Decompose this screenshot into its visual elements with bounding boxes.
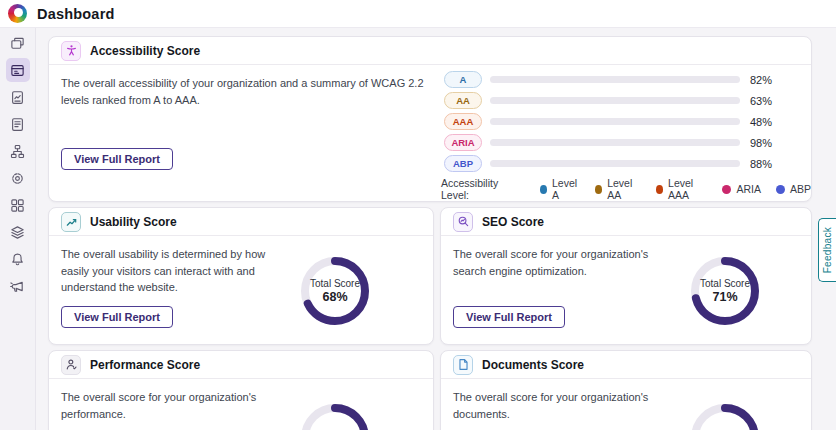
score-bar-track (490, 160, 740, 167)
score-bar-row: AA63% (444, 92, 772, 109)
card-header: SEO Score (441, 208, 811, 236)
legend-dot-icon (595, 185, 602, 194)
legend-item: Level A (540, 177, 580, 201)
sidebar-item-page[interactable] (6, 112, 30, 136)
legend-dot-icon (656, 185, 663, 194)
donut-value: 71% (712, 290, 737, 304)
report-icon (10, 90, 25, 105)
card-description: The overall usability is determined by h… (61, 246, 283, 296)
siteimprove-swirl-logo (8, 4, 27, 23)
accessibility-legend: Accessibility Level: Level ALevel AALeve… (441, 177, 811, 201)
score-value: 63% (750, 95, 772, 107)
card-title: SEO Score (482, 215, 544, 229)
card-header: Usability Score (49, 208, 433, 236)
score-bar-track (490, 97, 740, 104)
score-bar-row: AAA48% (444, 113, 772, 130)
sidebar-item-megaphone[interactable] (6, 274, 30, 298)
usability-donut-chart: Total Score 68% (297, 253, 373, 329)
donut-label: Total Score (700, 278, 750, 289)
level-pill: AAA (444, 113, 482, 130)
documents-score-card: Documents Score The overall score for yo… (440, 350, 812, 430)
legend-title: Accessibility Level: (441, 177, 521, 201)
view-full-report-button[interactable]: View Full Report (453, 306, 565, 328)
sidebar-item-report[interactable] (6, 85, 30, 109)
legend-dot-icon (722, 185, 731, 194)
sidebar-item-bell[interactable] (6, 247, 30, 271)
feedback-tab-label: Feedback (822, 227, 833, 273)
app-header: Dashboard (0, 0, 836, 28)
usability-score-card: Usability Score The overall usability is… (48, 207, 434, 345)
sitemap-icon (10, 144, 25, 159)
performance-donut-chart: Total Score (297, 400, 373, 430)
legend-item: Level AA (595, 177, 641, 201)
windows-icon (10, 36, 25, 51)
level-pill: A (444, 71, 482, 88)
settings-gear-icon (10, 171, 25, 186)
level-pill: ABP (444, 155, 482, 172)
score-bar-row: ARIA98% (444, 134, 772, 151)
donut-value: 68% (322, 290, 347, 304)
card-title: Usability Score (90, 215, 177, 229)
score-bar-track (490, 76, 740, 83)
legend-label: ARIA (736, 183, 761, 195)
sidebar-item-sitemap[interactable] (6, 139, 30, 163)
legend-label: Level AAA (668, 177, 707, 201)
apps-grid-icon (10, 198, 25, 213)
legend-item: ARIA (722, 177, 761, 201)
score-value: 82% (750, 74, 772, 86)
card-title: Documents Score (482, 358, 584, 372)
view-full-report-button[interactable]: View Full Report (61, 306, 173, 328)
accessibility-person-icon (61, 41, 81, 61)
performance-score-card: Performance Score The overall score for … (48, 350, 434, 430)
card-description: The overall score for your organization'… (453, 246, 683, 279)
donut-label: Total Score (310, 278, 360, 289)
legend-label: Level A (552, 177, 580, 201)
card-header: Performance Score (49, 351, 433, 379)
search-trend-icon (453, 212, 473, 232)
sidebar-item-apps-grid[interactable] (6, 193, 30, 217)
card-header: Accessibility Score (49, 37, 811, 65)
document-icon (453, 355, 473, 375)
card-description: The overall accessibility of your organi… (61, 75, 441, 108)
level-pill: ARIA (444, 134, 482, 151)
sidebar-item-settings-gear[interactable] (6, 166, 30, 190)
accessibility-bars: A82%AA63%AAA48%ARIA98%ABP88% (444, 71, 772, 172)
score-bar-track (490, 139, 740, 146)
seo-score-card: SEO Score The overall score for your org… (440, 207, 812, 345)
score-bar-track (490, 118, 740, 125)
bell-icon (10, 252, 25, 267)
legend-dot-icon (540, 185, 547, 194)
view-full-report-button[interactable]: View Full Report (61, 148, 173, 170)
documents-donut-chart: Total Score (687, 400, 763, 430)
line-chart-icon (61, 212, 81, 232)
card-description: The overall score for your organization'… (61, 389, 291, 422)
score-value: 88% (750, 158, 772, 170)
dashboard-icon (10, 63, 25, 78)
card-header: Documents Score (441, 351, 811, 379)
layers-icon (10, 225, 25, 240)
user-check-icon (61, 355, 81, 375)
megaphone-icon (10, 279, 25, 294)
page-title: Dashboard (37, 6, 115, 22)
feedback-tab[interactable]: Feedback (818, 218, 836, 282)
sidebar-item-windows[interactable] (6, 31, 30, 55)
card-title: Performance Score (90, 358, 200, 372)
accessibility-score-card: Accessibility Score The overall accessib… (48, 36, 812, 202)
seo-donut-chart: Total Score 71% (687, 253, 763, 329)
card-description: The overall score for your organization'… (453, 389, 683, 422)
sidebar-item-dashboard[interactable] (6, 58, 30, 82)
sidebar (0, 28, 36, 430)
score-bar-row: A82% (444, 71, 772, 88)
legend-dot-icon (776, 185, 785, 194)
score-value: 98% (750, 137, 772, 149)
legend-label: ABP (790, 183, 811, 195)
page-icon (10, 117, 25, 132)
legend-label: Level AA (607, 177, 641, 201)
score-value: 48% (750, 116, 772, 128)
legend-item: ABP (776, 177, 811, 201)
sidebar-item-layers[interactable] (6, 220, 30, 244)
level-pill: AA (444, 92, 482, 109)
card-title: Accessibility Score (90, 44, 200, 58)
score-bar-row: ABP88% (444, 155, 772, 172)
legend-item: Level AAA (656, 177, 708, 201)
